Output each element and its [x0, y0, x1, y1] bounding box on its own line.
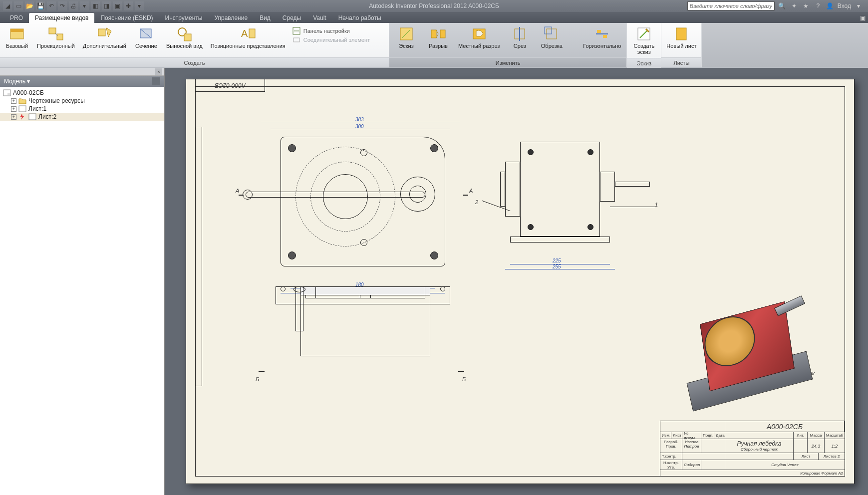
title-block[interactable]: А000-02СБ Изм. Лист № докум. Подп. Дата … — [660, 421, 845, 476]
save-icon[interactable]: 💾 — [36, 1, 45, 10]
browser-tree: A000-02СБ + Чертежные ресурсы + Лист:1 +… — [0, 87, 164, 495]
browser-filter-icon[interactable] — [152, 77, 160, 85]
qat-icon-1[interactable]: ◧ — [91, 1, 100, 10]
dim-255: 255 — [553, 264, 561, 269]
nailboard-button[interactable]: Панель настройки — [292, 27, 378, 35]
qat-more-icon[interactable]: ▾ — [80, 1, 89, 10]
qat-chevron-icon[interactable]: ▾ — [135, 1, 144, 10]
callout-2: 2 — [475, 199, 478, 205]
auxiliary-view-button[interactable]: Дополнительный — [80, 25, 129, 50]
undo-icon[interactable]: ↶ — [47, 1, 56, 10]
browser-header[interactable]: Модель ▾ — [0, 76, 164, 87]
help-icon[interactable]: ? — [814, 1, 823, 10]
tab-tools[interactable]: Инструменты — [159, 13, 209, 23]
tab-getstarted[interactable]: Начало работы — [332, 13, 387, 23]
binoculars-icon[interactable]: 🔍 — [778, 1, 787, 10]
tab-view[interactable]: Вид — [254, 13, 277, 23]
breakout-button[interactable]: Местный разрез — [455, 25, 503, 50]
expand-icon[interactable]: + — [11, 98, 16, 104]
drawing-canvas[interactable]: А000-02СБ 383 300 — [165, 68, 868, 495]
breakout-icon — [471, 26, 487, 42]
ribbon-tabstrip: PRO Размещение видов Пояснение (ESKD) Ин… — [0, 12, 868, 23]
tab-vault[interactable]: Vault — [307, 13, 332, 23]
sketch-button[interactable]: Эскиз — [391, 25, 421, 50]
panel-edit: Эскиз Разрыв Местный разрез Срез Обрезка… — [389, 23, 627, 67]
svg-rect-26 — [597, 30, 601, 33]
qat-icon-4[interactable]: ✚ — [124, 1, 133, 10]
break-button[interactable]: Разрыв — [423, 25, 453, 50]
callout-1: 1 — [655, 202, 658, 208]
isometric-render[interactable] — [685, 281, 820, 411]
comm-icon[interactable]: ✦ — [790, 1, 799, 10]
tab-annotation[interactable]: Пояснение (ESKD) — [94, 13, 159, 23]
view-top[interactable]: 383 300 — [261, 122, 460, 281]
panel-sketch: Создать эскиз Эскиз — [627, 23, 661, 67]
ribbon-collapse-icon[interactable]: ▣ — [857, 13, 868, 23]
new-icon[interactable]: ▭ — [14, 1, 23, 10]
sheet-icon — [28, 113, 36, 120]
nailboard-icon — [292, 27, 300, 35]
marker-B-right: Б — [462, 376, 466, 382]
expand-icon[interactable]: + — [11, 106, 16, 112]
svg-rect-3 — [57, 34, 63, 40]
browser-tabbar: × — [0, 68, 164, 76]
print-icon[interactable]: 🖨 — [69, 1, 78, 10]
crop-icon — [544, 26, 560, 42]
detail-view-button[interactable]: Выносной вид — [163, 25, 206, 50]
horizontal-button[interactable]: Горизонтально — [579, 25, 624, 50]
svg-rect-33 — [29, 114, 36, 120]
drawing-icon — [3, 89, 11, 96]
overlay-view-button[interactable]: AПозиционные представления — [208, 25, 289, 50]
ribbon: Базовый Проекционный Дополнительный Сече… — [0, 23, 868, 68]
redo-icon[interactable]: ↷ — [58, 1, 67, 10]
tree-root[interactable]: A000-02СБ — [0, 89, 164, 97]
section-view-button[interactable]: Сечение — [131, 25, 161, 50]
base-view-button[interactable]: Базовый — [2, 25, 32, 50]
projected-view-icon — [48, 26, 64, 42]
login-chevron-icon[interactable]: ▾ — [854, 1, 863, 10]
tab-manage[interactable]: Управление — [208, 13, 254, 23]
expand-icon[interactable]: + — [11, 114, 16, 120]
search-input[interactable] — [687, 1, 775, 10]
drawing-sheet[interactable]: А000-02СБ 383 300 — [186, 79, 855, 484]
dim-300: 300 — [355, 124, 364, 129]
panel-create: Базовый Проекционный Дополнительный Сече… — [0, 23, 389, 67]
crop-button[interactable]: Обрезка — [537, 25, 567, 50]
svg-rect-15 — [293, 38, 299, 42]
tb-code: А000-02СБ — [725, 421, 845, 432]
quick-access-toolbar: ◢ ▭ 📂 💾 ↶ ↷ 🖨 ▾ ◧ ◨ ▣ ✚ ▾ — [0, 1, 147, 10]
tree-sheet2[interactable]: + Лист:2 — [0, 113, 164, 121]
marker-A-left: А — [236, 188, 239, 194]
panel-create-title: Создать — [0, 57, 389, 67]
browser-close-icon[interactable]: × — [155, 68, 162, 75]
tab-placement[interactable]: Размещение видов — [29, 13, 94, 23]
svg-rect-29 — [676, 28, 686, 40]
projected-view-button[interactable]: Проекционный — [34, 25, 78, 50]
create-sketch-button[interactable]: Создать эскиз — [629, 25, 659, 56]
tab-environments[interactable]: Среды — [277, 13, 307, 23]
ribbon-fill — [702, 23, 868, 67]
app-menu-icon[interactable]: ◢ — [3, 1, 12, 10]
marker-A-right: А — [469, 188, 473, 194]
star-icon[interactable]: ★ — [802, 1, 811, 10]
login-link[interactable]: Вход — [838, 2, 851, 9]
svg-rect-5 — [98, 29, 105, 36]
qat-icon-3[interactable]: ▣ — [113, 1, 122, 10]
svg-marker-6 — [106, 28, 111, 37]
connector-button: Соединительный элемент — [292, 36, 378, 44]
tree-resources[interactable]: + Чертежные ресурсы — [0, 97, 164, 105]
new-sheet-button[interactable]: Новый лист — [663, 25, 699, 50]
tree-sheet1[interactable]: + Лист:1 — [0, 105, 164, 113]
svg-text:A: A — [241, 28, 248, 39]
break-icon — [430, 26, 446, 42]
view-front[interactable]: Б Б — [271, 286, 455, 436]
slice-button[interactable]: Срез — [505, 25, 535, 50]
sheet-frame: 383 300 — [195, 86, 845, 477]
open-icon[interactable]: 📂 — [25, 1, 34, 10]
user-icon[interactable]: 👤 — [826, 1, 835, 10]
create-sketch-icon — [636, 26, 652, 42]
tab-pro[interactable]: PRO — [4, 13, 29, 23]
qat-icon-2[interactable]: ◨ — [102, 1, 111, 10]
panel-sheets: Новый лист Листы — [661, 23, 702, 67]
view-side[interactable]: 225 255 — [500, 132, 650, 261]
